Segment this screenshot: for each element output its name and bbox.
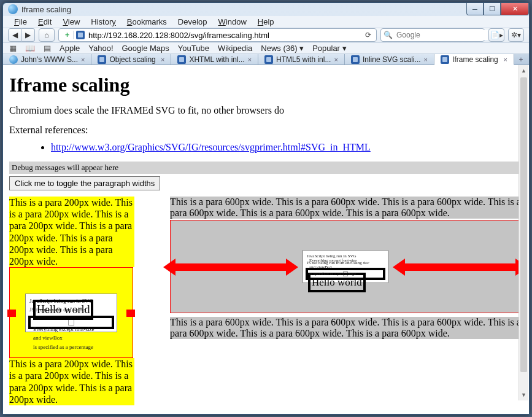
menu-history[interactable]: History bbox=[86, 16, 120, 28]
bookmark-popular[interactable]: Popular ▾ bbox=[312, 44, 346, 53]
bookmark-apple[interactable]: Apple bbox=[60, 44, 80, 53]
close-icon[interactable]: × bbox=[424, 56, 428, 63]
tab-inline-svg[interactable]: Inline SVG scali...× bbox=[345, 54, 434, 64]
intro-text: Chromium does scale the IFRAMEd SVG to f… bbox=[9, 105, 523, 116]
debug-bar: Debug messages will appear here bbox=[9, 162, 523, 174]
search-bar[interactable]: 🔍 bbox=[380, 28, 485, 42]
menu-file[interactable]: File bbox=[9, 16, 32, 28]
new-tab-button[interactable]: + bbox=[514, 54, 528, 64]
bookmarks-bar: ▦ 📖 ▤ Apple Yahoo! Google Maps YouTube W… bbox=[3, 43, 529, 54]
close-icon[interactable]: × bbox=[161, 56, 164, 63]
scroll-thumb[interactable] bbox=[520, 77, 527, 372]
iframe-200: JavaScript being run in SVG JS from pare… bbox=[9, 267, 133, 358]
back-button[interactable]: ◀ bbox=[8, 28, 21, 42]
window-title: Iframe scaling bbox=[21, 5, 466, 14]
para-600-top: This is a para 600px wide. This is a par… bbox=[170, 197, 522, 219]
menu-bookmarks[interactable]: Bookmarks bbox=[122, 16, 172, 28]
external-link[interactable]: http://www.w3.org/Graphics/SVG/IG/resour… bbox=[51, 142, 371, 152]
reader-icon[interactable]: 📖 bbox=[25, 44, 35, 53]
bookmark-gmaps[interactable]: Google Maps bbox=[122, 44, 169, 53]
tab-johns-www[interactable]: John's WWW S...× bbox=[3, 54, 91, 64]
svg-hello: Hello world bbox=[33, 300, 93, 320]
close-icon[interactable]: × bbox=[248, 56, 252, 63]
menubar: File Edit View History Bookmarks Develop… bbox=[3, 16, 529, 28]
close-icon[interactable]: × bbox=[334, 56, 337, 63]
toolbar: ◀ ▶ ⌂ + ⟳ 🔍 📄▸ ✲▾ bbox=[3, 28, 529, 43]
settings-button[interactable]: ✲▾ bbox=[508, 28, 524, 42]
close-icon[interactable]: × bbox=[81, 56, 85, 63]
toggle-widths-button[interactable]: Click me to toggle the paragraph widths bbox=[9, 176, 160, 190]
tab-html5[interactable]: HTML5 with inl...× bbox=[258, 54, 345, 64]
close-icon[interactable]: × bbox=[504, 56, 507, 63]
search-icon: 🔍 bbox=[384, 31, 393, 39]
search-input[interactable] bbox=[395, 30, 490, 40]
tab-strip: John's WWW S...× Object scaling× XHTML w… bbox=[3, 54, 529, 65]
tab-object-scaling[interactable]: Object scaling× bbox=[91, 54, 171, 64]
iframe-600: JavaScript being run in SVG JS not being… bbox=[170, 220, 521, 313]
menu-edit[interactable]: Edit bbox=[33, 16, 56, 28]
scrollbar[interactable]: ▲ ▼ bbox=[519, 65, 528, 400]
menu-view[interactable]: View bbox=[58, 16, 85, 28]
page-heading: Iframe scaling bbox=[9, 74, 523, 96]
para-600-bottom: This is a para 600px wide. This is a par… bbox=[170, 317, 522, 339]
grid-icon[interactable]: ▤ bbox=[44, 44, 51, 53]
url-input[interactable] bbox=[87, 30, 360, 41]
menu-help[interactable]: Help bbox=[253, 16, 279, 28]
para-200-bottom: This is a para 200px wide. This is a par… bbox=[9, 358, 134, 405]
titlebar: Iframe scaling ─ ☐ ✕ bbox=[3, 3, 529, 16]
menu-window[interactable]: Window bbox=[214, 16, 252, 28]
scroll-down-icon[interactable]: ▼ bbox=[519, 390, 528, 400]
new-page-button[interactable]: 📄▸ bbox=[488, 28, 504, 42]
maximize-button[interactable]: ☐ bbox=[484, 3, 501, 15]
home-button[interactable]: ⌂ bbox=[39, 28, 55, 42]
bookmark-news[interactable]: News (36) ▾ bbox=[261, 44, 304, 53]
scroll-up-icon[interactable]: ▲ bbox=[519, 65, 528, 76]
menu-develop[interactable]: Develop bbox=[173, 16, 212, 28]
bookmark-wikipedia[interactable]: Wikipedia bbox=[218, 44, 252, 53]
ext-ref-label: External references: bbox=[9, 125, 523, 136]
bookmark-youtube[interactable]: YouTube bbox=[178, 44, 209, 53]
site-favicon bbox=[76, 31, 85, 39]
forward-button[interactable]: ▶ bbox=[21, 28, 35, 42]
app-icon bbox=[8, 4, 18, 14]
page-content: Iframe scaling Chromium does scale the I… bbox=[3, 65, 529, 414]
reload-icon[interactable]: ⟳ bbox=[363, 31, 374, 39]
bookmark-yahoo[interactable]: Yahoo! bbox=[88, 44, 113, 53]
tab-iframe-scaling[interactable]: Iframe scaling× bbox=[434, 54, 514, 65]
para-200-top: This is a para 200px wide. This is a par… bbox=[9, 197, 134, 267]
sidebar-icon[interactable]: ▦ bbox=[9, 44, 17, 53]
url-bar[interactable]: + ⟳ bbox=[58, 28, 377, 42]
tab-xhtml[interactable]: XHTML with inl...× bbox=[171, 54, 258, 64]
close-button[interactable]: ✕ bbox=[501, 3, 529, 15]
minimize-button[interactable]: ─ bbox=[466, 3, 484, 15]
add-bookmark-icon[interactable]: + bbox=[61, 31, 74, 39]
